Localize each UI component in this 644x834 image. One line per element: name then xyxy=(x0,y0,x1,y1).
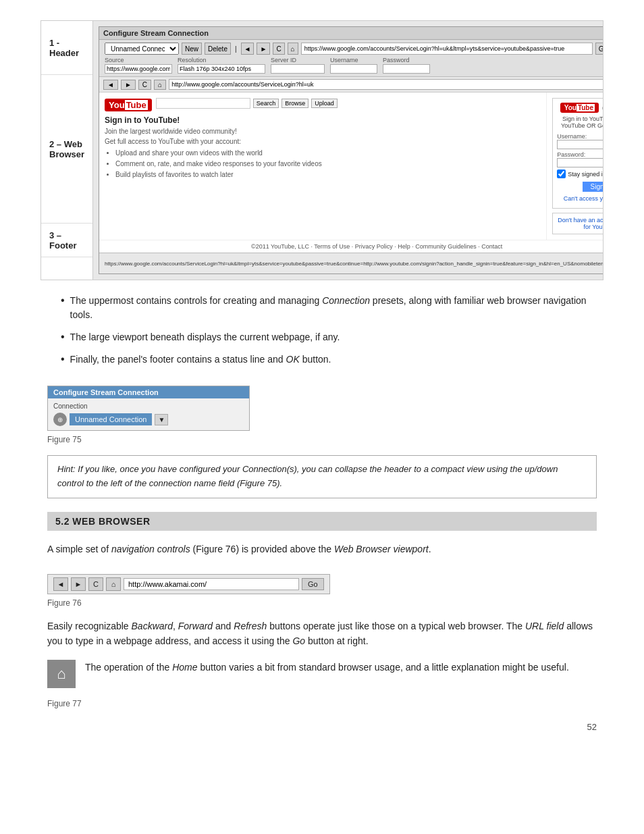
get-connection-btn[interactable]: Get Connection xyxy=(595,43,603,55)
figure75-connection-dropdown[interactable]: Unnamed Connection xyxy=(70,413,152,425)
figure75-box: Configure Stream Connection Connection ⊕… xyxy=(47,386,250,431)
yt-search-btn[interactable]: Search xyxy=(253,99,279,108)
refresh-btn[interactable]: C xyxy=(273,43,284,55)
figure75-connection-icon: ⊕ xyxy=(53,413,67,426)
yt-username-label: Username: xyxy=(557,133,603,140)
logo-separator: ⊕ xyxy=(601,103,603,113)
app-window-area: Configure Stream Connection Unnamed Conn… xyxy=(93,21,603,280)
connection-select[interactable]: Unnamed Connection xyxy=(105,43,179,55)
app-title: Configure Stream Connection xyxy=(103,29,209,37)
header-label-text: 1 - Header xyxy=(49,38,84,58)
stay-signed-label: Stay signed in xyxy=(568,171,603,178)
yt-feature-list: Upload and share your own videos with th… xyxy=(105,148,541,180)
browser-nav-bar: ◄ ► C ⌂ xyxy=(99,77,603,93)
server-id-input[interactable] xyxy=(271,64,325,74)
header-row1: Unnamed Connection New Delete | ◄ ► C ⌂ … xyxy=(105,43,603,55)
yt-upload-btn[interactable]: Upload xyxy=(311,99,338,108)
bullet-dot-1: • xyxy=(61,295,65,322)
new-button[interactable]: New xyxy=(182,43,202,55)
bullet-dot-3: • xyxy=(61,354,65,367)
screenshot-container: 1 - Header 2 – Web Browser 3 – Footer Co… xyxy=(41,20,603,280)
signup-box: Don't have an account? Sign up for YouTu… xyxy=(552,213,603,234)
browser-sign-in-side: YouTube ⊕ Google Sign in to YouTube with… xyxy=(546,93,603,240)
bullet-dot-2: • xyxy=(61,332,65,344)
figure75-connection-row: ⊕ Unnamed Connection ▼ xyxy=(53,413,244,426)
figure75-body: Connection ⊕ Unnamed Connection ▼ xyxy=(48,398,249,430)
resolution-label: Resolution xyxy=(178,57,265,63)
password-input[interactable] xyxy=(383,64,430,74)
username-input[interactable] xyxy=(330,64,377,74)
header-row2: Source Resolution Server ID Usernam xyxy=(105,57,603,74)
cant-access-link[interactable]: Can't access your account? xyxy=(557,195,603,202)
fig76-go-btn[interactable]: Go xyxy=(302,578,324,590)
figure75-title: Configure Stream Connection xyxy=(48,386,249,398)
bullet-item-3: • Finally, the panel's footer contains a… xyxy=(47,353,597,367)
home-btn[interactable]: ⌂ xyxy=(288,43,298,55)
app-header: Unnamed Connection New Delete | ◄ ► C ⌂ … xyxy=(99,40,603,77)
bullet-item-1: • The uppermost contains controls for cr… xyxy=(47,294,597,322)
section-labels: 1 - Header 2 – Web Browser 3 – Footer xyxy=(41,21,93,280)
browser-fwd-btn[interactable]: ► xyxy=(121,80,136,90)
password-field-group: Password xyxy=(383,57,430,74)
footer-label-text: 3 – Footer xyxy=(49,230,84,251)
sign-in-title: Sign in to YouTube! xyxy=(105,115,541,125)
section52-para2: Easily recognizable Backward, Forward an… xyxy=(47,619,597,649)
figure76-box: ◄ ► C ⌂ Go xyxy=(47,574,330,594)
figure75-dropdown-arrow[interactable]: ▼ xyxy=(155,414,168,425)
section52-heading: 5.2 WEB BROWSER xyxy=(47,512,597,531)
password-label: Password xyxy=(383,57,430,63)
signup-link[interactable]: Don't have an account? Sign up for YouTu… xyxy=(556,217,603,230)
browser-main: YouTube Search Browse Upload Sign in to … xyxy=(99,93,546,240)
app-titlebar: Configure Stream Connection xyxy=(99,27,603,40)
bullet-text-3: Finally, the panel's footer contains a s… xyxy=(70,353,597,367)
yt-browse-btn[interactable]: Browse xyxy=(281,99,308,108)
bullet-text-2: The large viewport beneath displays the … xyxy=(70,330,597,344)
hint-text: Hint: If you like, once you have configu… xyxy=(57,464,558,488)
figure76-caption: Figure 76 xyxy=(47,598,597,608)
yt-username-input[interactable] xyxy=(557,140,603,149)
browser-url-input[interactable] xyxy=(169,79,603,90)
doc-content: • The uppermost contains controls for cr… xyxy=(41,294,603,732)
section52-intro: A simple set of navigation controls (Fig… xyxy=(47,542,597,556)
figure75-caption: Figure 75 xyxy=(47,435,597,444)
youtube-logo: YouTube xyxy=(105,99,152,111)
app-footer: https://www.google.com/accounts/ServiceL… xyxy=(99,253,603,273)
yt-password-input[interactable] xyxy=(557,158,603,167)
delete-button[interactable]: Delete xyxy=(205,43,231,55)
yt-sign-in-btn[interactable]: Sign in xyxy=(583,182,603,192)
google-sign-box: YouTube ⊕ Google Sign in to YouTube with… xyxy=(552,98,603,209)
browser-back-btn[interactable]: ◄ xyxy=(103,80,118,90)
home-text: The operation of the Home button varies … xyxy=(85,660,569,675)
google-logos: YouTube ⊕ Google xyxy=(557,103,603,113)
yt-feature-item-1: Upload and share your own videos with th… xyxy=(115,148,541,159)
resolution-field-group: Resolution xyxy=(178,57,265,74)
footer-url: https://www.google.com/accounts/ServiceL… xyxy=(105,261,603,267)
stay-signed-row: Stay signed in xyxy=(557,170,603,178)
home-icon: ⌂ xyxy=(57,665,65,683)
fig76-fwd-btn[interactable]: ► xyxy=(71,577,86,591)
browser-refresh-btn[interactable]: C xyxy=(138,80,151,90)
google-sign-text: Sign in to YouTube with your YouTube OR … xyxy=(557,115,603,129)
fig76-refresh-btn[interactable]: C xyxy=(88,577,103,591)
back-btn[interactable]: ◄ xyxy=(241,43,254,55)
fig76-home-btn[interactable]: ⌂ xyxy=(106,577,121,591)
join-text: Join the largest worldwide video communi… xyxy=(105,128,541,135)
fig76-back-btn[interactable]: ◄ xyxy=(53,577,68,591)
fwd-btn[interactable]: ► xyxy=(257,43,270,55)
yt-search-bar: Search Browse Upload xyxy=(156,98,338,109)
figure75-connection-label: Connection xyxy=(53,402,244,410)
figure75-connection-name: Unnamed Connection xyxy=(75,415,146,423)
stay-signed-checkbox[interactable] xyxy=(557,170,566,178)
header-section-label: 1 - Header xyxy=(41,21,92,75)
browser-label-text: 2 – Web Browser xyxy=(49,139,84,159)
yt-search-input[interactable] xyxy=(156,98,250,109)
yt-feature-item-2: Comment on, rate, and make video respons… xyxy=(115,159,541,170)
source-input[interactable] xyxy=(105,64,172,74)
app-window: Configure Stream Connection Unnamed Conn… xyxy=(99,26,603,274)
screenshot-inner: 1 - Header 2 – Web Browser 3 – Footer Co… xyxy=(41,21,603,280)
browser-home-btn[interactable]: ⌂ xyxy=(154,80,166,90)
yt-username-field: Username: xyxy=(557,133,603,149)
fig76-url-input[interactable] xyxy=(124,578,299,590)
resolution-input[interactable] xyxy=(178,64,265,74)
url-input-small[interactable] xyxy=(301,43,593,55)
